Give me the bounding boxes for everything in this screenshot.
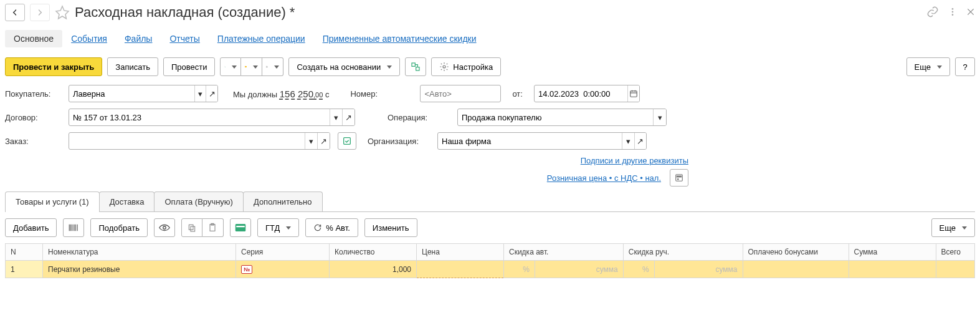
disc-auto-sum[interactable]: сумма	[535, 261, 624, 278]
svg-point-1	[952, 11, 954, 12]
star-icon[interactable]	[55, 5, 70, 20]
detail-tabs: Товары и услуги (1) Доставка Оплата (Вру…	[5, 191, 975, 212]
price-mode-link[interactable]: Розничная цена • с НДС • нал.	[547, 173, 661, 183]
barcode-button[interactable]	[63, 218, 84, 237]
view-button[interactable]	[154, 218, 175, 237]
tab-main[interactable]: Основное	[5, 30, 62, 47]
disc-auto-pct[interactable]: %	[504, 261, 535, 278]
paste-button[interactable]	[202, 218, 224, 237]
pick-button[interactable]: Подобрать	[90, 218, 147, 237]
post-button[interactable]: Провести	[163, 57, 216, 76]
date-field[interactable]	[534, 85, 640, 102]
gtd-button[interactable]: ГТД	[257, 218, 299, 237]
buyer-label: Покупатель:	[5, 89, 61, 99]
tab-events[interactable]: События	[62, 30, 116, 47]
open-icon[interactable]: ↗	[342, 109, 354, 125]
tab-delivery[interactable]: Доставка	[99, 191, 155, 211]
dropdown-icon[interactable]: ▾	[653, 109, 666, 125]
buyer-field[interactable]: ▾ ↗	[69, 85, 218, 102]
add-button[interactable]: Добавить	[5, 218, 57, 237]
disc-man-sum[interactable]: сумма	[654, 261, 743, 278]
price-cell[interactable]	[417, 261, 504, 278]
svg-point-17	[163, 226, 166, 230]
buyer-input[interactable]	[69, 85, 194, 102]
main-toolbar: Провести и закрыть Записать Провести Соз…	[5, 57, 975, 76]
page-title: Расходная накладная (создание) *	[75, 4, 921, 21]
price-settings-button[interactable]	[670, 169, 688, 187]
change-button[interactable]: Изменить	[364, 218, 417, 237]
nomenclature-cell[interactable]: Перчатки резиновые	[43, 261, 236, 278]
auto-percent-button[interactable]: % Авт.	[305, 218, 358, 237]
tab-goods[interactable]: Товары и услуги (1)	[5, 191, 100, 211]
email-button[interactable]	[241, 57, 262, 76]
tab-extra[interactable]: Дополнительно	[243, 191, 323, 211]
tab-files[interactable]: Файлы	[116, 30, 161, 47]
tab-payment[interactable]: Оплата (Вручную)	[154, 191, 243, 211]
link-icon[interactable]	[926, 6, 939, 20]
tab-toolbar: Добавить Подобрать ГТД % Авт. Изменить Е…	[5, 212, 975, 243]
number-field[interactable]	[420, 85, 501, 102]
svg-rect-14	[676, 175, 683, 182]
svg-point-16	[677, 178, 678, 180]
table-header: N Номенклатура Серия Количество Цена Ски…	[6, 244, 975, 261]
attach-button[interactable]	[220, 57, 241, 76]
svg-rect-6	[267, 67, 268, 67]
dropdown-icon[interactable]: ▾	[305, 133, 317, 149]
org-field[interactable]: ▾ ↗	[437, 132, 647, 150]
order-refresh-button[interactable]	[338, 132, 356, 150]
tab-reports[interactable]: Отчеты	[161, 30, 208, 47]
help-button[interactable]: ?	[955, 57, 975, 76]
date-prefix: от:	[512, 89, 523, 99]
open-icon[interactable]: ↗	[206, 85, 217, 102]
bonus-cell[interactable]	[743, 261, 849, 278]
refresh-icon	[313, 223, 322, 232]
dropdown-icon[interactable]: ▾	[194, 85, 206, 102]
qty-cell[interactable]: 1,000	[330, 261, 417, 278]
create-based-button[interactable]: Создать на основании	[288, 57, 400, 76]
close-icon[interactable]	[966, 7, 975, 18]
operation-label: Операция:	[388, 113, 450, 122]
copy-button[interactable]	[181, 218, 202, 237]
org-label: Организация:	[368, 137, 430, 146]
table-row[interactable]: 1 Перчатки резиновые № 1,000 % сумма % с…	[6, 261, 975, 278]
svg-rect-21	[211, 223, 214, 225]
calendar-icon[interactable]	[627, 85, 639, 102]
tab-auto-discounts[interactable]: Примененные автоматические скидки	[314, 30, 485, 47]
number-label: Номер:	[350, 89, 412, 99]
settings-button[interactable]: Настройка	[431, 57, 501, 76]
series-cell[interactable]: №	[236, 261, 330, 278]
svg-point-2	[952, 14, 954, 16]
dropdown-icon[interactable]: ▾	[622, 133, 634, 149]
print-button[interactable]	[262, 57, 283, 76]
sum-cell[interactable]	[849, 261, 936, 278]
back-button[interactable]	[5, 4, 25, 21]
order-field[interactable]: ▾ ↗	[69, 132, 330, 150]
card-button[interactable]	[230, 218, 251, 237]
more-button[interactable]: Еще	[906, 57, 950, 76]
post-close-button[interactable]: Провести и закрыть	[5, 57, 102, 76]
items-table: N Номенклатура Серия Количество Цена Ски…	[5, 243, 975, 278]
open-icon[interactable]: ↗	[634, 133, 646, 149]
svg-rect-9	[412, 63, 415, 66]
dropdown-icon[interactable]: ▾	[330, 109, 342, 125]
svg-rect-3	[225, 66, 226, 67]
svg-point-0	[952, 8, 954, 10]
tab-payment-ops[interactable]: Платежные операции	[209, 30, 314, 47]
tab-more-button[interactable]: Еще	[931, 218, 975, 237]
forward-button[interactable]	[30, 4, 50, 21]
open-icon[interactable]: ↗	[317, 133, 330, 149]
contract-field[interactable]: ▾ ↗	[69, 109, 355, 126]
kebab-icon[interactable]	[948, 7, 958, 19]
disc-man-pct[interactable]: %	[623, 261, 654, 278]
signatures-link[interactable]: Подписи и другие реквизиты	[581, 156, 688, 165]
svg-rect-13	[344, 138, 351, 145]
contract-label: Договор:	[5, 113, 61, 122]
operation-field[interactable]: ▾	[457, 109, 667, 126]
order-label: Заказ:	[5, 137, 61, 146]
svg-rect-12	[630, 91, 637, 97]
save-button[interactable]: Записать	[107, 57, 158, 76]
svg-point-4	[225, 67, 226, 67]
svg-point-11	[443, 65, 445, 68]
total-cell[interactable]	[936, 261, 974, 278]
structure-button[interactable]	[405, 57, 426, 76]
